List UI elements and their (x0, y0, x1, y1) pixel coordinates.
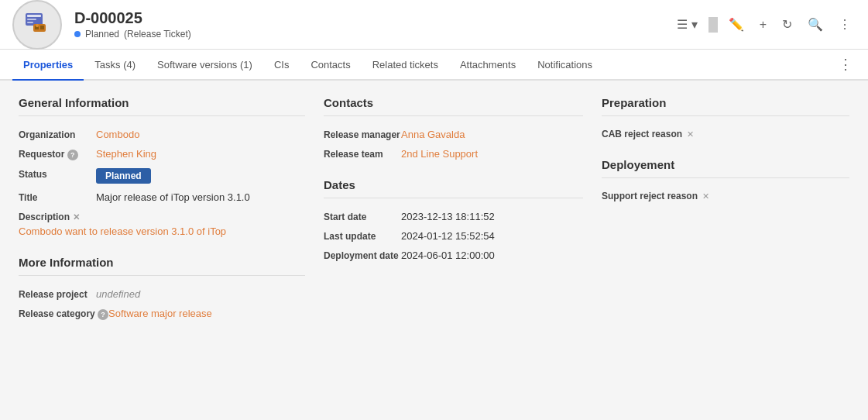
tab-cis[interactable]: CIs (263, 50, 300, 81)
value-last-update: 2024-01-12 15:52:54 (401, 230, 495, 242)
label-requestor: Requestor ? (19, 148, 96, 160)
field-release-category: Release category ? Software major releas… (19, 308, 305, 320)
svg-rect-2 (27, 19, 36, 20)
label-organization: Organization (19, 129, 96, 140)
status-type: (Release Ticket) (124, 29, 191, 40)
ticket-status: Planned (Release Ticket) (74, 29, 672, 40)
col-right: Preparation CAB reject reason ✕ Deployem… (602, 96, 849, 405)
svg-rect-6 (40, 26, 44, 29)
edit-icon[interactable]: ✏️ (724, 14, 749, 35)
tab-software-versions[interactable]: Software versions (1) (146, 50, 263, 81)
value-title: Major release of iTop version 3.1.0 (96, 191, 250, 203)
value-requestor[interactable]: Stephen King (96, 148, 156, 160)
field-description: Description ✕ Combodo want to release ve… (19, 211, 305, 237)
dates-divider (324, 198, 583, 198)
deployement-title: Deployement (602, 158, 849, 171)
svg-rect-1 (27, 15, 41, 17)
general-info-divider (19, 115, 305, 116)
header: D-000025 Planned (Release Ticket) ☰ ▾ ✏️… (0, 0, 868, 50)
label-title: Title (19, 191, 96, 203)
field-status: Status Planned (19, 168, 305, 184)
contacts-divider (324, 115, 583, 116)
more-icon[interactable]: ⋮ (834, 14, 856, 35)
ticket-info: D-000025 Planned (Release Ticket) (74, 9, 672, 40)
status-dot (74, 31, 81, 37)
tab-tasks[interactable]: Tasks (4) (84, 50, 146, 81)
label-description: Description ✕ (19, 211, 96, 222)
search-icon[interactable]: 🔍 (803, 14, 828, 35)
cab-reject-x-icon[interactable]: ✕ (687, 129, 694, 139)
field-deployment-date: Deployment date 2024-06-01 12:00:00 (324, 250, 583, 261)
field-start-date: Start date 2023-12-13 18:11:52 (324, 211, 583, 222)
field-support-reject: Support reject reason ✕ (602, 191, 849, 201)
dates-title: Dates (324, 178, 583, 191)
add-icon[interactable]: + (755, 15, 771, 35)
tabs-more-icon[interactable]: ⋮ (835, 56, 856, 73)
field-cab-reject: CAB reject reason ✕ (602, 129, 849, 139)
label-deployment-date: Deployment date (324, 250, 401, 261)
value-deployment-date: 2024-06-01 12:00:00 (401, 250, 495, 261)
value-release-category[interactable]: Software major release (108, 308, 212, 319)
ticket-icon (22, 7, 52, 42)
label-cab-reject: CAB reject reason (602, 129, 682, 139)
more-info-title: More Information (19, 256, 305, 269)
field-organization: Organization Combodo (19, 129, 305, 140)
dates-section: Dates Start date 2023-12-13 18:11:52 Las… (324, 178, 583, 261)
main-content: General Information Organization Combodo… (0, 81, 868, 420)
tab-notifications[interactable]: Notifications (527, 50, 603, 81)
svg-point-7 (36, 24, 39, 27)
col-middle: Contacts Release manager Anna Gavalda Re… (324, 96, 583, 405)
label-start-date: Start date (324, 211, 401, 222)
header-actions: ☰ ▾ ✏️ + ↻ 🔍 ⋮ (672, 14, 856, 35)
contacts-title: Contacts (324, 96, 583, 109)
field-release-team: Release team 2nd Line Support (324, 148, 583, 160)
deployement-section: Deployement Support reject reason ✕ (602, 158, 849, 201)
label-last-update: Last update (324, 230, 401, 242)
tab-properties[interactable]: Properties (12, 50, 84, 81)
avatar (12, 0, 62, 50)
value-release-project: undefined (96, 288, 140, 300)
tab-related-tickets[interactable]: Related tickets (362, 50, 449, 81)
label-release-project: Release project (19, 288, 96, 300)
tabs-bar: Properties Tasks (4) Software versions (… (0, 50, 868, 81)
general-info-title: General Information (19, 96, 305, 109)
label-release-manager: Release manager (324, 129, 401, 140)
separator (708, 17, 718, 33)
label-release-team: Release team (324, 148, 401, 160)
value-release-team[interactable]: 2nd Line Support (401, 148, 478, 160)
release-category-help-icon[interactable]: ? (98, 309, 108, 320)
more-info-divider (19, 275, 305, 276)
label-status: Status (19, 168, 96, 180)
preparation-divider (602, 115, 849, 116)
ticket-id: D-000025 (74, 9, 672, 27)
tab-attachments[interactable]: Attachments (449, 50, 527, 81)
field-last-update: Last update 2024-01-12 15:52:54 (324, 230, 583, 242)
status-text: Planned (85, 29, 119, 40)
value-organization[interactable]: Combodo (96, 129, 139, 140)
value-description: Combodo want to release version 3.1.0 of… (19, 225, 226, 237)
value-start-date: 2023-12-13 18:11:52 (401, 211, 495, 222)
value-release-manager[interactable]: Anna Gavalda (401, 129, 465, 140)
description-x-icon[interactable]: ✕ (73, 212, 80, 222)
label-release-category: Release category ? (19, 308, 108, 320)
field-title: Title Major release of iTop version 3.1.… (19, 191, 305, 203)
requestor-help-icon[interactable]: ? (67, 150, 78, 160)
refresh-icon[interactable]: ↻ (777, 14, 797, 35)
svg-rect-3 (27, 22, 33, 23)
deployement-divider (602, 177, 849, 178)
col-left: General Information Organization Combodo… (19, 96, 305, 405)
support-reject-x-icon[interactable]: ✕ (702, 191, 709, 201)
preparation-title: Preparation (602, 96, 849, 109)
field-release-manager: Release manager Anna Gavalda (324, 129, 583, 140)
tab-contacts[interactable]: Contacts (300, 50, 361, 81)
more-info-section: More Information Release project undefin… (19, 256, 305, 320)
field-release-project: Release project undefined (19, 288, 305, 300)
value-status: Planned (96, 168, 151, 184)
label-support-reject: Support reject reason (602, 191, 698, 201)
filter-icon[interactable]: ☰ ▾ (672, 14, 702, 35)
field-requestor: Requestor ? Stephen King (19, 148, 305, 160)
